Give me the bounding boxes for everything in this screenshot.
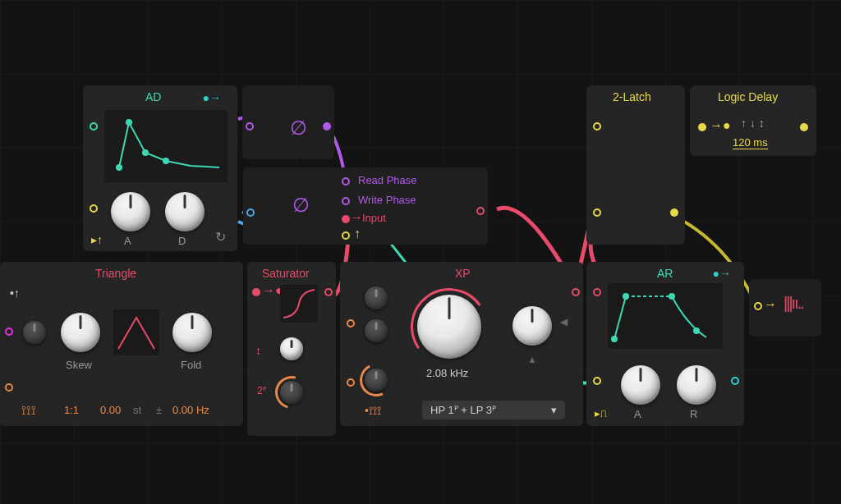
port-ar-gate[interactable] [593, 377, 601, 385]
svg-point-4 [611, 336, 618, 342]
module-title: Saturator [262, 267, 310, 280]
port-phase-in[interactable] [246, 122, 254, 131]
port-out-trig[interactable] [754, 302, 762, 310]
label-pm: ± [156, 404, 162, 416]
ad-envelope-display[interactable] [104, 110, 227, 182]
arc-orange [269, 370, 315, 415]
label-d: D [178, 235, 186, 247]
module-logic-delay[interactable]: Logic Delay →● ↑ ↓ ↕ 120 ms [690, 85, 816, 156]
arc-orange-2 [355, 359, 397, 401]
label-detune[interactable]: 0.00 [100, 404, 121, 416]
port-ad-out[interactable] [90, 122, 98, 131]
svg-point-7 [693, 328, 700, 334]
port-pc-in1[interactable] [246, 208, 255, 217]
label-fold: Fold [181, 359, 201, 371]
label-delay-time[interactable]: 120 ms [733, 136, 768, 149]
pulse-icon[interactable]: ▸⎍ [595, 407, 607, 419]
module-ar[interactable]: AR ●→ ▸⎍ A R [586, 262, 744, 426]
module-phase-top[interactable]: ∅ [242, 85, 334, 159]
port-ld-in[interactable] [698, 123, 706, 131]
port-input[interactable] [342, 215, 350, 223]
port-xp-out[interactable] [572, 288, 580, 296]
knob-ad-attack[interactable] [111, 192, 150, 231]
keytrack-icon[interactable]: •⟟⟟⟟ [365, 404, 381, 418]
knob-skew[interactable] [61, 313, 100, 352]
port-sat-out1[interactable] [324, 288, 333, 296]
port-ad-gate[interactable] [90, 204, 98, 213]
port-tri-mod[interactable] [5, 328, 13, 336]
module-ad[interactable]: AD ●→ A D ▸↑ ↻ [83, 85, 237, 251]
port-latch-2[interactable] [593, 208, 601, 217]
port-tri-sync[interactable] [5, 383, 13, 392]
svg-point-1 [126, 119, 132, 126]
knob-sat-drive[interactable] [280, 337, 303, 360]
knob-tri-small[interactable] [23, 321, 46, 344]
port-ld-out[interactable] [800, 123, 808, 131]
saturation-curve-display [280, 285, 318, 323]
knob-ar-attack[interactable] [621, 365, 660, 405]
module-xp[interactable]: XP 2.08 kHz ◀ ▲ •⟟⟟⟟ HP 1ᴾ + LP 3ᴾ ▾ [340, 262, 583, 426]
port-sat-in[interactable] [252, 288, 260, 296]
phase-icon: ∅ [290, 117, 307, 140]
port-xp-1[interactable] [347, 319, 355, 328]
port-pc-out[interactable] [476, 207, 485, 215]
retrigger-icon[interactable]: ▸↑ [91, 233, 103, 246]
label-freq: 2.08 kHz [426, 367, 468, 379]
arrow-icon: →● [710, 118, 731, 133]
chevron-down-icon: ▾ [551, 404, 557, 416]
module-2latch[interactable]: 2-Latch [586, 85, 685, 245]
knob-fold[interactable] [172, 313, 212, 352]
module-saturator[interactable]: Saturator →● ↕ 2ᴾ [247, 262, 336, 436]
module-title: 2-Latch [613, 90, 651, 103]
up-arrow-icon: ↑ [354, 227, 361, 241]
port-phase-out[interactable] [323, 122, 331, 131]
phase-icon-2: ∅ [292, 194, 310, 217]
svg-point-2 [142, 149, 149, 156]
knob-xp-sm1[interactable] [365, 286, 388, 309]
filter-mode-dropdown[interactable]: HP 1ᴾ + LP 3ᴾ ▾ [422, 401, 565, 419]
svg-point-6 [669, 293, 675, 300]
knob-xp-res[interactable] [512, 306, 552, 346]
module-title: XP [455, 267, 471, 280]
label-r: R [690, 408, 697, 420]
port-latch-out[interactable] [670, 208, 678, 217]
out-arrow-icon[interactable]: ●→ [203, 91, 221, 104]
module-title: AD [145, 90, 161, 103]
module-title: AR [657, 267, 673, 280]
knob-ar-release[interactable] [677, 365, 716, 405]
label-a: A [124, 235, 131, 247]
label-offset[interactable]: 0.00 Hz [172, 404, 209, 416]
arrow-icon: → [350, 210, 363, 225]
dropdown-label: HP 1ᴾ + LP 3ᴾ [430, 404, 496, 416]
arc-red [405, 282, 494, 372]
port-write[interactable] [342, 197, 350, 205]
label-st: st [133, 404, 141, 416]
label-a: A [634, 408, 641, 420]
port-xp-2[interactable] [347, 378, 355, 387]
port-ar-in[interactable] [593, 288, 601, 296]
module-phase-cell[interactable]: ∅ Read Phase Write Phase → Input ↑ [243, 167, 488, 245]
knob-ad-decay[interactable] [165, 192, 205, 231]
loop-icon[interactable]: ↻ [215, 229, 226, 245]
label-input: Input [362, 212, 386, 224]
knob-xp-sm2[interactable] [365, 319, 388, 342]
ar-envelope-display[interactable] [608, 283, 723, 349]
port-trig[interactable] [342, 231, 350, 240]
port-read[interactable] [342, 177, 350, 186]
module-output[interactable]: → |||ıı.. [749, 279, 821, 337]
label-ratio[interactable]: 1:1 [64, 404, 79, 416]
module-title: Logic Delay [718, 90, 778, 103]
burst-icon: |||ıı.. [784, 294, 803, 313]
port-ar-out[interactable] [731, 377, 739, 385]
module-triangle[interactable]: Triangle •↑ Skew Fold ⟟⟟⟟ 1:1 0.00 st ± … [0, 262, 243, 426]
port-latch-1[interactable] [593, 122, 601, 131]
retrigger-icon[interactable]: •↑ [10, 286, 20, 300]
updown-icon[interactable]: ↕ [255, 344, 261, 357]
arrows-icon[interactable]: ↑ ↓ ↕ [741, 117, 765, 130]
triangle-icon: ◀ [560, 316, 568, 328]
keytrack-icon[interactable]: ⟟⟟⟟ [21, 403, 36, 418]
module-title: Triangle [95, 267, 136, 280]
label-skew: Skew [66, 359, 92, 371]
label-write-phase: Write Phase [358, 194, 416, 206]
out-arrow-icon[interactable]: ●→ [713, 267, 731, 280]
